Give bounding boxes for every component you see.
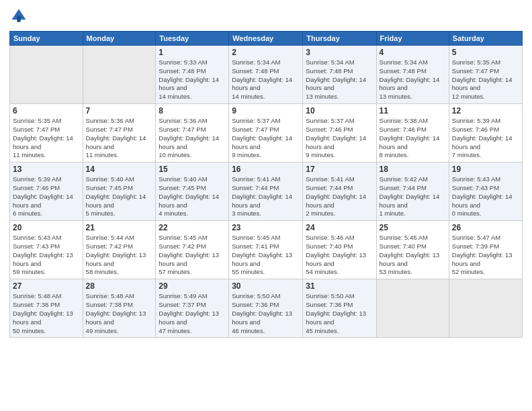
- daylight-line2: 45 minutes.: [306, 327, 373, 336]
- calendar-row: 20Sunrise: 5:43 AMSunset: 7:43 PMDayligh…: [10, 221, 523, 279]
- sunrise: Sunrise: 5:36 AM: [86, 117, 153, 126]
- day-number: 12: [452, 106, 519, 116]
- svg-rect-1: [17, 16, 20, 22]
- daylight-line1: Daylight: Daylight: 14 hours and: [306, 134, 373, 152]
- sunset: Sunset: 7:44 PM: [232, 184, 300, 193]
- day-info: Sunrise: 5:34 AMSunset: 7:48 PMDaylight:…: [380, 58, 446, 101]
- calendar-cell: [83, 46, 156, 104]
- weekday-header: Friday: [376, 32, 449, 46]
- daylight-line1: Daylight: Daylight: 14 hours and: [380, 134, 446, 152]
- sunset: Sunset: 7:47 PM: [13, 126, 80, 134]
- calendar-row: 6Sunrise: 5:35 AMSunset: 7:47 PMDaylight…: [10, 104, 523, 163]
- daylight-line2: 2 minutes.: [306, 210, 373, 218]
- sunrise: Sunrise: 5:36 AM: [159, 117, 226, 126]
- sunrise: Sunrise: 5:45 AM: [159, 234, 226, 242]
- day-number: 3: [306, 48, 373, 57]
- day-info: Sunrise: 5:46 AMSunset: 7:40 PMDaylight:…: [380, 234, 446, 277]
- day-info: Sunrise: 5:38 AMSunset: 7:46 PMDaylight:…: [380, 117, 446, 160]
- day-number: 14: [86, 165, 153, 174]
- day-info: Sunrise: 5:34 AMSunset: 7:48 PMDaylight:…: [306, 58, 373, 101]
- daylight-line2: 4 minutes.: [159, 210, 226, 218]
- daylight-line2: 11 minutes.: [86, 151, 153, 160]
- day-info: Sunrise: 5:42 AMSunset: 7:44 PMDaylight:…: [380, 175, 446, 218]
- sunrise: Sunrise: 5:35 AM: [452, 58, 519, 67]
- sunset: Sunset: 7:38 PM: [86, 301, 153, 310]
- daylight-line1: Daylight: Daylight: 14 hours and: [13, 134, 80, 152]
- day-number: 26: [452, 223, 519, 232]
- calendar-cell: 7Sunrise: 5:36 AMSunset: 7:47 PMDaylight…: [83, 104, 156, 163]
- day-info: Sunrise: 5:50 AMSunset: 7:36 PMDaylight:…: [306, 292, 373, 335]
- daylight-line1: Daylight: Daylight: 14 hours and: [13, 193, 80, 210]
- day-number: 5: [452, 48, 519, 57]
- calendar-cell: 23Sunrise: 5:45 AMSunset: 7:41 PMDayligh…: [229, 221, 303, 279]
- sunset: Sunset: 7:46 PM: [13, 184, 80, 193]
- sunset: Sunset: 7:47 PM: [159, 126, 226, 134]
- day-info: Sunrise: 5:48 AMSunset: 7:38 PMDaylight:…: [86, 292, 153, 335]
- day-number: 1: [159, 48, 226, 57]
- calendar-cell: [376, 279, 449, 338]
- daylight-line1: Daylight: Daylight: 13 hours and: [306, 310, 373, 327]
- daylight-line1: Daylight: Daylight: 13 hours and: [380, 251, 446, 269]
- calendar-row: 27Sunrise: 5:48 AMSunset: 7:38 PMDayligh…: [10, 279, 523, 338]
- calendar-cell: 8Sunrise: 5:36 AMSunset: 7:47 PMDaylight…: [156, 104, 229, 163]
- sunrise: Sunrise: 5:46 AM: [306, 234, 373, 242]
- sunrise: Sunrise: 5:43 AM: [452, 175, 519, 184]
- daylight-line1: Daylight: Daylight: 13 hours and: [159, 310, 226, 327]
- day-info: Sunrise: 5:50 AMSunset: 7:36 PMDaylight:…: [232, 292, 300, 335]
- sunrise: Sunrise: 5:41 AM: [306, 175, 373, 184]
- day-number: 19: [452, 165, 519, 174]
- daylight-line2: 13 minutes.: [306, 93, 373, 101]
- daylight-line1: Daylight: Daylight: 14 hours and: [159, 193, 226, 210]
- daylight-line1: Daylight: Daylight: 14 hours and: [232, 134, 300, 152]
- daylight-line1: Daylight: Daylight: 14 hours and: [306, 76, 373, 93]
- day-number: 27: [13, 281, 80, 291]
- daylight-line1: Daylight: Daylight: 13 hours and: [232, 251, 300, 269]
- sunrise: Sunrise: 5:39 AM: [452, 117, 519, 126]
- weekday-header: Tuesday: [156, 32, 229, 46]
- day-info: Sunrise: 5:41 AMSunset: 7:44 PMDaylight:…: [306, 175, 373, 218]
- calendar-cell: 30Sunrise: 5:50 AMSunset: 7:36 PMDayligh…: [229, 279, 303, 338]
- calendar-cell: 18Sunrise: 5:42 AMSunset: 7:44 PMDayligh…: [376, 163, 449, 221]
- day-info: Sunrise: 5:36 AMSunset: 7:47 PMDaylight:…: [159, 117, 226, 160]
- calendar-row: 13Sunrise: 5:39 AMSunset: 7:46 PMDayligh…: [10, 163, 523, 221]
- day-info: Sunrise: 5:40 AMSunset: 7:45 PMDaylight:…: [159, 175, 226, 218]
- sunrise: Sunrise: 5:33 AM: [159, 58, 226, 67]
- calendar-cell: 5Sunrise: 5:35 AMSunset: 7:47 PMDaylight…: [449, 46, 522, 104]
- day-info: Sunrise: 5:49 AMSunset: 7:37 PMDaylight:…: [159, 292, 226, 335]
- daylight-line1: Daylight: Daylight: 14 hours and: [159, 134, 226, 152]
- daylight-line2: 8 minutes.: [380, 151, 446, 160]
- calendar-table: SundayMondayTuesdayWednesdayThursdayFrid…: [9, 31, 523, 338]
- weekday-header: Saturday: [449, 32, 522, 46]
- daylight-line1: Daylight: Daylight: 13 hours and: [13, 310, 80, 327]
- calendar-cell: 9Sunrise: 5:37 AMSunset: 7:47 PMDaylight…: [229, 104, 303, 163]
- daylight-line1: Daylight: Daylight: 14 hours and: [159, 76, 226, 93]
- logo-icon: [9, 7, 28, 26]
- calendar-cell: 24Sunrise: 5:46 AMSunset: 7:40 PMDayligh…: [303, 221, 376, 279]
- sunrise: Sunrise: 5:50 AM: [232, 292, 300, 301]
- logo: [9, 7, 31, 26]
- sunset: Sunset: 7:45 PM: [159, 184, 226, 193]
- day-number: 30: [232, 281, 300, 291]
- header: [9, 7, 523, 26]
- sunset: Sunset: 7:47 PM: [86, 126, 153, 134]
- sunset: Sunset: 7:38 PM: [13, 301, 80, 310]
- calendar-cell: 2Sunrise: 5:34 AMSunset: 7:48 PMDaylight…: [229, 46, 303, 104]
- sunset: Sunset: 7:48 PM: [232, 67, 300, 76]
- day-info: Sunrise: 5:47 AMSunset: 7:39 PMDaylight:…: [452, 234, 519, 277]
- daylight-line1: Daylight: Daylight: 13 hours and: [159, 251, 226, 269]
- sunset: Sunset: 7:43 PM: [13, 242, 80, 251]
- weekday-header: Thursday: [303, 32, 376, 46]
- daylight-line1: Daylight: Daylight: 14 hours and: [380, 193, 446, 210]
- daylight-line1: Daylight: Daylight: 14 hours and: [232, 76, 300, 93]
- calendar-cell: 29Sunrise: 5:49 AMSunset: 7:37 PMDayligh…: [156, 279, 229, 338]
- daylight-line2: 50 minutes.: [13, 327, 80, 336]
- day-info: Sunrise: 5:33 AMSunset: 7:48 PMDaylight:…: [159, 58, 226, 101]
- sunset: Sunset: 7:42 PM: [86, 242, 153, 251]
- daylight-line2: 10 minutes.: [159, 151, 226, 160]
- sunset: Sunset: 7:44 PM: [306, 184, 373, 193]
- day-number: 20: [13, 223, 80, 232]
- sunrise: Sunrise: 5:34 AM: [232, 58, 300, 67]
- day-number: 7: [86, 106, 153, 116]
- day-number: 6: [13, 106, 80, 116]
- sunrise: Sunrise: 5:43 AM: [13, 234, 80, 242]
